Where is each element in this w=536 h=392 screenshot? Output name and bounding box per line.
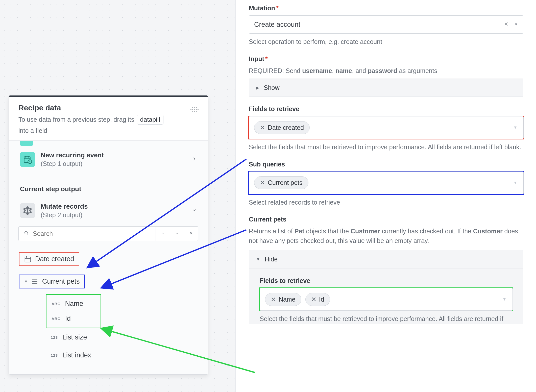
pets-fields-label: Fields to retrieve — [260, 277, 513, 284]
svg-point-8 — [24, 208, 25, 210]
config-form-panel: Mutation* Create account ▼ Select operat… — [235, 0, 536, 392]
search-next-button[interactable] — [170, 227, 184, 241]
graphql-icon — [20, 203, 35, 218]
subqueries-help: Select related records to retrieve — [249, 198, 523, 207]
current-pets-label: Current pets — [249, 216, 523, 223]
mutation-select[interactable]: Create account ▼ — [249, 15, 523, 34]
pets-hide-toggle[interactable]: ▼ Hide — [249, 250, 523, 268]
svg-point-9 — [25, 231, 28, 234]
caret-down-icon[interactable]: ▼ — [513, 125, 517, 130]
input-help: REQUIRED: Send username, name, and passw… — [249, 66, 523, 76]
chip-name[interactable]: ✕ Name — [265, 293, 301, 306]
triangle-down-icon: ▼ — [256, 257, 260, 262]
panel-subtitle: To use data from a previous step, drag i… — [18, 115, 191, 134]
search-input-row — [18, 226, 198, 241]
datapill-name[interactable]: ABC Name — [46, 296, 101, 311]
svg-point-4 — [30, 208, 31, 210]
chip-date-created[interactable]: ✕ Date created — [254, 121, 310, 134]
caret-down-icon[interactable]: ▼ — [502, 297, 506, 302]
step-2-sub: (Step 2 output) — [41, 211, 88, 219]
chevron-down-icon — [192, 208, 197, 214]
panel-header: Recipe data To use data from a previous … — [9, 97, 208, 141]
datapill-id[interactable]: ABC Id — [46, 311, 101, 326]
remove-chip-icon[interactable]: ✕ — [260, 124, 265, 131]
caret-down-icon[interactable]: ▼ — [514, 22, 518, 27]
pets-fields-input[interactable]: ✕ Name ✕ Id ▼ — [260, 288, 513, 311]
subqueries-input[interactable]: ✕ Current pets ▼ — [249, 172, 524, 194]
current-pets-help: Returns a list of Pet objects that the C… — [249, 227, 523, 246]
caret-down-icon[interactable]: ▼ — [513, 181, 517, 185]
number-type-icon: 123 — [51, 353, 58, 357]
panel-title: Recipe data — [18, 104, 191, 112]
chip-id[interactable]: ✕ Id — [305, 293, 330, 306]
list-icon — [31, 278, 39, 285]
svg-rect-10 — [25, 257, 31, 262]
string-type-icon: ABC — [52, 316, 61, 321]
previous-step-stub — [20, 141, 33, 146]
datapill-list-index[interactable]: 123 List index — [46, 346, 198, 364]
search-prev-button[interactable] — [156, 227, 170, 241]
recipe-data-panel: Recipe data To use data from a previous … — [9, 95, 208, 375]
svg-point-5 — [30, 212, 31, 213]
calendar-icon — [24, 255, 32, 263]
current-step-label: Current step output — [18, 173, 198, 197]
search-input[interactable] — [33, 230, 156, 237]
clear-icon[interactable] — [503, 21, 509, 28]
fields-retrieve-label: Fields to retrieve — [249, 105, 523, 113]
subqueries-label: Sub queries — [249, 161, 523, 168]
remove-chip-icon[interactable]: ✕ — [271, 296, 276, 303]
fields-retrieve-help: Select the fields that must be retrieved… — [249, 142, 523, 152]
triangle-right-icon: ▶ — [256, 85, 259, 90]
datapill-list-size[interactable]: 123 List size — [46, 328, 198, 346]
step-1-sub: (Step 1 output) — [41, 160, 104, 167]
search-icon — [19, 230, 33, 237]
input-show-toggle[interactable]: ▶ Show — [249, 79, 523, 97]
step-1-title: New recurring event — [41, 151, 104, 159]
remove-chip-icon[interactable]: ✕ — [311, 296, 316, 303]
svg-point-3 — [27, 206, 28, 208]
step-1-row[interactable]: New recurring event (Step 1 output) — [18, 146, 198, 173]
chevron-right-icon — [192, 156, 197, 162]
chip-current-pets[interactable]: ✕ Current pets — [254, 176, 308, 189]
datapill-current-pets[interactable]: ▼ Current pets — [19, 275, 85, 288]
step-2-title: Mutate records — [41, 203, 88, 210]
nested-fields-group: ABC Name ABC Id — [46, 294, 101, 328]
caret-down-icon: ▼ — [24, 279, 28, 284]
number-type-icon: 123 — [51, 335, 58, 339]
pets-fields-help: Select the fields that must be retrieved… — [260, 314, 513, 324]
calendar-recurring-icon — [20, 152, 35, 167]
drag-handle-icon[interactable] — [191, 106, 198, 113]
search-clear-button[interactable] — [184, 227, 198, 241]
input-label: Input* — [249, 55, 523, 63]
mutation-label: Mutation* — [249, 5, 523, 12]
datapill-date-created[interactable]: Date created — [19, 252, 79, 266]
fields-retrieve-input[interactable]: ✕ Date created ▼ — [249, 116, 524, 139]
svg-point-6 — [27, 214, 28, 215]
step-2-row[interactable]: Mutate records (Step 2 output) — [18, 197, 198, 224]
string-type-icon: ABC — [52, 302, 61, 306]
svg-point-7 — [24, 212, 25, 213]
mutation-help: Select operation to perform, e.g. create… — [249, 37, 523, 47]
datapill-chip: datapill — [137, 115, 163, 125]
remove-chip-icon[interactable]: ✕ — [260, 179, 265, 186]
